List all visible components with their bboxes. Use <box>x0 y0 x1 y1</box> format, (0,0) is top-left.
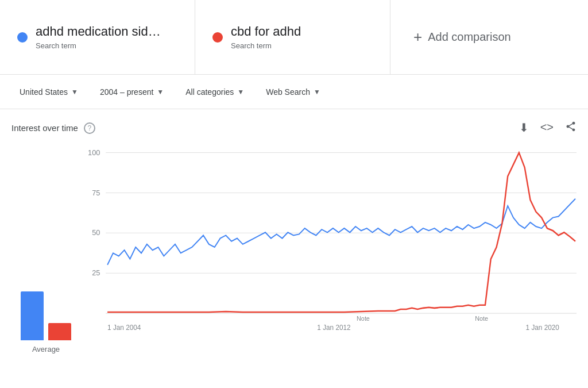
red-line <box>107 153 575 313</box>
chevron-down-icon: ▼ <box>71 88 78 96</box>
term-card-1[interactable]: adhd medication sid… Search term <box>0 0 195 74</box>
line-chart-svg: 100 75 50 25 Note Note 1 Jan 2004 1 Jan … <box>80 141 577 354</box>
filter-category[interactable]: All categories ▼ <box>177 83 252 101</box>
download-icon[interactable]: ⬇ <box>519 121 529 135</box>
svg-text:1 Jan 2004: 1 Jan 2004 <box>107 324 141 332</box>
chart-title-area: Interest over time ? <box>11 122 95 134</box>
term-name-2: cbd for adhd <box>231 24 301 39</box>
term-card-2[interactable]: cbd for adhd Search term <box>195 0 390 74</box>
filter-type-label: Web Search <box>266 87 310 97</box>
svg-text:75: 75 <box>92 188 100 197</box>
term-info-1: adhd medication sid… Search term <box>36 24 161 50</box>
filters-bar: United States ▼ 2004 – present ▼ All cat… <box>0 75 588 109</box>
add-comparison-button[interactable]: + Add comparison <box>390 0 588 74</box>
chart-container: Average 100 75 50 25 Note N <box>11 141 577 382</box>
terms-bar: adhd medication sid… Search term cbd for… <box>0 0 588 75</box>
svg-text:1 Jan 2020: 1 Jan 2020 <box>526 324 560 332</box>
chart-section: Interest over time ? ⬇ <> Average 100 <box>0 109 588 382</box>
bar-term1 <box>21 291 44 340</box>
filter-period[interactable]: 2004 – present ▼ <box>92 83 172 101</box>
add-comparison-label: Add comparison <box>428 30 511 44</box>
svg-text:1 Jan 2012: 1 Jan 2012 <box>317 324 351 332</box>
term-info-2: cbd for adhd Search term <box>231 24 301 50</box>
plus-icon: + <box>413 28 422 46</box>
term-name-1: adhd medication sid… <box>36 24 161 39</box>
average-section: Average <box>11 141 80 382</box>
chart-title: Interest over time <box>11 123 78 133</box>
filter-region[interactable]: United States ▼ <box>11 83 86 101</box>
chart-actions: ⬇ <> <box>519 121 577 135</box>
blue-line <box>107 199 575 265</box>
svg-text:Note: Note <box>475 315 488 322</box>
bar-chart <box>21 271 71 340</box>
filter-category-label: All categories <box>185 87 234 97</box>
filter-region-label: United States <box>20 87 68 97</box>
term-type-1: Search term <box>36 41 161 50</box>
filter-period-label: 2004 – present <box>100 87 153 97</box>
svg-text:25: 25 <box>92 268 100 277</box>
chart-header: Interest over time ? ⬇ <> <box>11 121 577 135</box>
svg-text:100: 100 <box>88 148 100 156</box>
svg-text:Note: Note <box>357 315 370 322</box>
term-dot-1 <box>17 32 28 43</box>
term-dot-2 <box>212 32 223 43</box>
line-chart-area: 100 75 50 25 Note Note 1 Jan 2004 1 Jan … <box>80 141 577 382</box>
chevron-down-icon: ▼ <box>314 88 320 96</box>
embed-icon[interactable]: <> <box>540 121 554 135</box>
share-icon[interactable] <box>565 121 577 135</box>
svg-text:50: 50 <box>92 228 100 237</box>
chevron-down-icon: ▼ <box>157 88 164 96</box>
bar-term2 <box>48 323 71 340</box>
chevron-down-icon: ▼ <box>237 88 244 96</box>
help-icon[interactable]: ? <box>84 122 95 134</box>
filter-type[interactable]: Web Search ▼ <box>258 83 328 101</box>
term-type-2: Search term <box>231 41 301 50</box>
average-label: Average <box>32 345 60 354</box>
